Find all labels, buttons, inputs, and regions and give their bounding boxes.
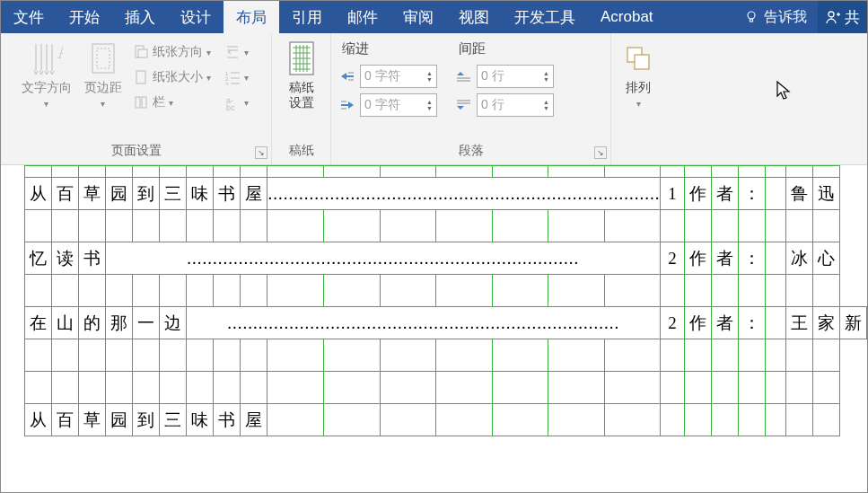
- space-before-icon: [455, 67, 473, 85]
- person-icon: [825, 9, 841, 25]
- svg-point-0: [748, 12, 755, 19]
- svg-rect-46: [635, 55, 649, 69]
- indent-right-input[interactable]: 0 字符▲▼: [360, 93, 437, 117]
- grid-cell: 书: [79, 242, 106, 275]
- grid-cell: 王: [785, 307, 812, 339]
- grid-cell: 三: [160, 404, 187, 436]
- ribbon: A 文字方向▾ 页边距▾ 纸张方向▾ 纸张大小▾: [1, 33, 867, 165]
- grid-cell: 2: [661, 242, 684, 275]
- group-gaozhi: 稿纸 设置 稿纸: [272, 33, 331, 164]
- page-setup-launcher[interactable]: ↘: [255, 146, 267, 159]
- indent-left-icon: [338, 67, 356, 85]
- svg-rect-13: [138, 49, 147, 57]
- grid-cell: 书: [214, 404, 241, 436]
- arrange-button[interactable]: 排列▾: [618, 37, 658, 112]
- share-button[interactable]: 共: [818, 1, 867, 33]
- tab-mailings[interactable]: 邮件: [335, 1, 390, 33]
- space-after-icon: [455, 96, 473, 114]
- grid-cell: ：: [738, 178, 765, 210]
- grid-cell: 2: [661, 307, 684, 339]
- svg-rect-14: [136, 71, 145, 84]
- tab-layout[interactable]: 布局: [224, 1, 279, 33]
- grid-cell: 一: [133, 307, 160, 339]
- grid-cell: 草: [79, 178, 106, 210]
- grid-cell: 屋: [241, 404, 267, 436]
- space-after-input[interactable]: 0 行▲▼: [477, 93, 554, 117]
- grid-cell: 百: [52, 178, 79, 210]
- tab-developer[interactable]: 开发工具: [502, 1, 588, 33]
- grid-cell: 到: [133, 404, 160, 436]
- orientation-button[interactable]: 纸张方向▾: [131, 40, 217, 64]
- line-numbers-button[interactable]: 123▾: [223, 66, 255, 89]
- grid-cell: 作: [684, 307, 711, 339]
- breaks-icon: [224, 44, 241, 60]
- margins-icon: [87, 39, 119, 78]
- gaozhi-settings-button[interactable]: 稿纸 设置: [282, 37, 321, 112]
- grid-cell: 在: [25, 307, 52, 339]
- group-label-paragraph: 段落: [338, 139, 603, 164]
- grid-cell: 者: [711, 242, 738, 275]
- svg-rect-11: [97, 48, 110, 68]
- leader-dots: ........................................…: [267, 178, 661, 210]
- grid-cell: 冰: [785, 242, 812, 275]
- grid-cell: 草: [79, 404, 106, 436]
- breaks-button[interactable]: ▾: [223, 40, 255, 64]
- grid-cell: 山: [52, 307, 79, 339]
- menu-bar: 文件 开始 插入 设计 布局 引用 邮件 审阅 视图 开发工具 Acrobat …: [1, 1, 867, 33]
- tab-design[interactable]: 设计: [168, 1, 224, 33]
- page: 从百草园到三味书屋...............................…: [24, 165, 867, 436]
- grid-cell: 从: [25, 178, 52, 210]
- hyphenation-button[interactable]: a-bc▾: [223, 91, 255, 114]
- svg-rect-15: [136, 97, 140, 108]
- grid-cell: 到: [133, 178, 160, 210]
- indent-left-input[interactable]: 0 字符▲▼: [360, 65, 437, 88]
- space-before-input[interactable]: 0 行▲▼: [477, 65, 554, 88]
- tell-me[interactable]: 告诉我: [733, 1, 818, 33]
- grid-cell: 读: [52, 242, 79, 275]
- grid-cell: 从: [25, 404, 52, 436]
- grid-cell: ：: [738, 307, 765, 339]
- grid-cell: 百: [52, 404, 79, 436]
- tab-view[interactable]: 视图: [446, 1, 502, 33]
- grid-cell: 者: [711, 178, 738, 210]
- svg-text:A: A: [57, 42, 63, 62]
- gaozhi-grid: 从百草园到三味书屋...............................…: [24, 165, 867, 436]
- group-arrange: 排列▾: [611, 33, 665, 164]
- tab-home[interactable]: 开始: [57, 1, 112, 33]
- grid-cell: 边: [160, 307, 187, 339]
- grid-cell: 者: [711, 307, 738, 339]
- tab-review[interactable]: 审阅: [390, 1, 446, 33]
- svg-text:3: 3: [225, 82, 229, 85]
- grid-cell: 园: [106, 404, 133, 436]
- hyphenation-icon: a-bc: [224, 94, 241, 110]
- grid-cell: 迅: [812, 178, 839, 210]
- spacing-label: 间距: [455, 39, 554, 59]
- grid-cell: 家: [812, 307, 839, 339]
- indent-label: 缩进: [338, 39, 437, 59]
- group-paragraph: 缩进 0 字符▲▼ 0 字符▲▼ 间距 0 行▲▼ 0 行▲▼: [331, 33, 611, 164]
- columns-button[interactable]: 栏▾: [131, 91, 217, 114]
- svg-text:bc: bc: [226, 103, 235, 110]
- grid-cell: 的: [79, 307, 106, 339]
- grid-cell: 三: [160, 178, 187, 210]
- svg-rect-1: [750, 19, 753, 22]
- paragraph-launcher[interactable]: ↘: [594, 146, 607, 159]
- tab-file[interactable]: 文件: [1, 1, 57, 33]
- size-button[interactable]: 纸张大小▾: [131, 66, 217, 89]
- grid-cell: 1: [661, 178, 684, 210]
- document-area[interactable]: 从百草园到三味书屋...............................…: [1, 165, 867, 492]
- grid-cell: 心: [812, 242, 839, 275]
- grid-cell: 作: [684, 178, 711, 210]
- margins-button[interactable]: 页边距▾: [81, 37, 126, 112]
- text-direction-button[interactable]: A 文字方向▾: [18, 37, 75, 112]
- tab-references[interactable]: 引用: [279, 1, 335, 33]
- grid-cell: [765, 242, 785, 275]
- grid-cell: [765, 178, 785, 210]
- grid-cell: ：: [738, 242, 765, 275]
- line-numbers-icon: 123: [224, 69, 241, 85]
- group-label-page-setup: 页面设置: [8, 139, 264, 164]
- svg-point-2: [829, 12, 834, 17]
- svg-rect-10: [92, 44, 114, 73]
- tab-insert[interactable]: 插入: [112, 1, 168, 33]
- tab-acrobat[interactable]: Acrobat: [588, 1, 666, 33]
